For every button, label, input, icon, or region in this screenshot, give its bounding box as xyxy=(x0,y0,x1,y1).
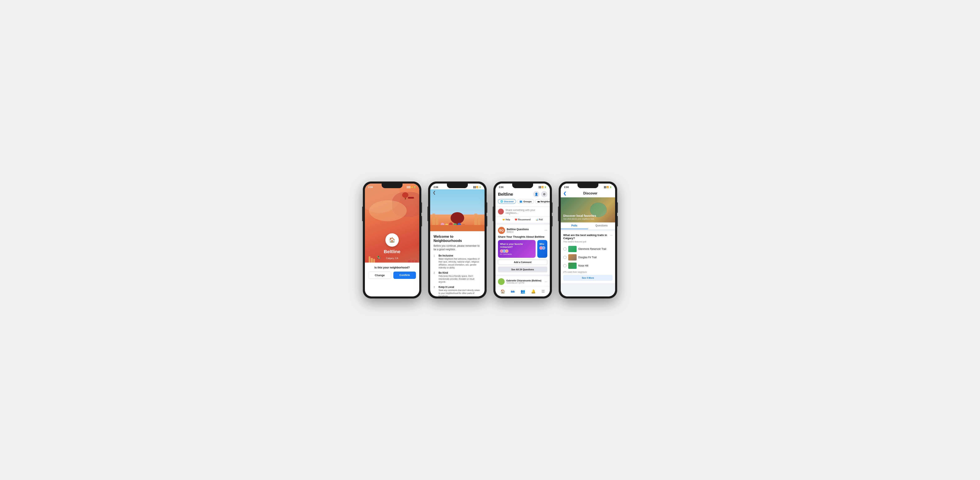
tab-discover-label: Discover xyxy=(504,200,514,203)
phone2-notch xyxy=(447,184,468,188)
poll-option-3-img xyxy=(568,263,577,269)
post-author-info: Beltline Questions Beltline xyxy=(507,228,529,233)
phone1-screen: 2:04 ▐▐▐ 📶 🔋 🦆 xyxy=(365,184,419,296)
help-btn[interactable]: 🤝 Help xyxy=(498,218,514,222)
profile-icon-btn[interactable]: 👤 xyxy=(533,191,539,197)
nav-menu[interactable]: ☰ xyxy=(541,289,545,294)
phone2: 2:04 ▐▐ 📶 🔋 xyxy=(428,181,487,299)
nav-notifications[interactable]: 🔔 xyxy=(531,289,536,294)
see-more-btn[interactable]: See 4 More xyxy=(563,275,612,281)
poll-option-3-label: Nose Hill xyxy=(578,264,588,267)
poll-radio-1[interactable] xyxy=(563,247,566,251)
q-card-1-comments: 62 Comments xyxy=(500,253,533,255)
phone1-bottom-panel: Is this your neighborhood? Change Confir… xyxy=(365,263,419,296)
phone2-back-button[interactable]: ❮ xyxy=(433,190,436,195)
poll-label: Poll xyxy=(539,219,543,221)
see-all-btn[interactable]: See All 24 Questions xyxy=(498,266,547,272)
discover-back-btn[interactable]: ❮ xyxy=(563,191,566,196)
discover-hero-sub: See what places your neighbors love. xyxy=(563,218,596,220)
phone4-time: 2:04 xyxy=(564,186,569,189)
poll-option-1[interactable]: Glenmore Reservoir Trail xyxy=(563,246,612,252)
buildings-bg-left xyxy=(432,214,438,225)
buildings xyxy=(369,256,375,263)
poll-icon: 📊 xyxy=(536,219,538,221)
phone1-time: 2:04 xyxy=(368,186,373,189)
feed-title: Beltline xyxy=(498,192,513,197)
phone1-status-icons: ▐▐▐ 📶 🔋 xyxy=(406,186,416,188)
phone3-screen: 2:04 ▐▐ 📶 🔋 Beltline 👤 ⚙ xyxy=(495,184,550,296)
post-author-sub: Beltline xyxy=(507,231,529,233)
poll-question: What are the best walking trails in Calg… xyxy=(563,233,610,240)
question-cards: What is your favorite restaurant? 62 Com… xyxy=(498,240,547,258)
share-avatar xyxy=(498,209,504,214)
q-card-2-text: Whe xyxy=(539,242,545,246)
phone4-screen: 2:04 ▐▐ 📶 🔋 ❮ Discover xyxy=(561,184,615,296)
discover-icon: 🌐 xyxy=(500,200,503,203)
questions-tab-label: Questions xyxy=(595,224,608,227)
tab-groups[interactable]: 👥 Groups xyxy=(517,199,534,204)
rule-2-title: Be Kind xyxy=(439,271,481,274)
phone2-illustration xyxy=(430,189,485,231)
discover-tab-questions[interactable]: Questions xyxy=(588,222,615,229)
rule-1: 1 Be Inclusive Make neighbors feel welco… xyxy=(434,254,481,269)
phone2-time: 2:04 xyxy=(434,186,438,189)
phone4-wrapper: 2:04 ▐▐ 📶 🔋 ❮ Discover xyxy=(558,181,617,299)
tree-decoration xyxy=(402,192,409,200)
nav-neighborhoods[interactable]: 🏘 xyxy=(511,289,515,293)
post-author-name: Beltline Questions xyxy=(507,228,529,231)
groups-icon: 👥 xyxy=(520,200,522,203)
q-card-1[interactable]: What is your favorite restaurant? 62 Com… xyxy=(498,240,536,258)
tab-discover[interactable]: 🌐 Discover xyxy=(498,199,516,204)
poll-featured: This week's featured poll xyxy=(563,241,610,243)
add-comment-btn[interactable]: Add a Comment xyxy=(498,260,547,265)
rule-2-num: 2 xyxy=(434,272,436,284)
feed-header: Beltline 👤 ⚙ 🌐 Discover xyxy=(495,189,550,207)
buildings-bg-right xyxy=(474,214,480,225)
phone4-notch xyxy=(578,184,598,188)
help-icon: 🤝 xyxy=(502,219,505,221)
phone4: 2:04 ▐▐ 📶 🔋 ❮ Discover xyxy=(558,181,617,299)
discover-tab-polls[interactable]: Polls xyxy=(561,222,588,229)
discover-hero-text: Discover local favorites See what places… xyxy=(563,214,596,220)
poll-radio-3[interactable] xyxy=(563,264,566,268)
discover-hero-title: Discover local favorites xyxy=(563,214,596,217)
rule-1-title: Be Inclusive xyxy=(439,254,481,257)
phone1: 2:04 ▐▐▐ 📶 🔋 🦆 xyxy=(363,181,422,299)
confirm-button[interactable]: Confirm xyxy=(393,272,416,279)
phone1-notch xyxy=(382,184,402,188)
share-row: Share something with your neighbors... xyxy=(495,207,550,216)
q-card-1-text: What is your favorite restaurant? xyxy=(500,242,533,249)
poll-more-icon[interactable]: ··· xyxy=(610,233,612,237)
settings-icon-btn[interactable]: ⚙ xyxy=(541,191,547,197)
poll-section: What are the best walking trails in Calg… xyxy=(561,231,615,283)
q-card-1-avatars xyxy=(500,249,533,253)
bench xyxy=(408,197,414,199)
poll-votes: 275 votes from neighbors xyxy=(563,271,612,273)
nav-people[interactable]: 👥 xyxy=(520,289,525,294)
poll-option-3[interactable]: Nose Hill xyxy=(563,263,612,269)
change-button[interactable]: Change xyxy=(368,272,391,279)
phone2-status-icons: ▐▐ 📶 🔋 xyxy=(473,186,481,188)
poll-radio-2[interactable] xyxy=(563,256,566,259)
neighborhood-name: Beltline xyxy=(365,249,419,254)
share-actions: 🤝 Help ❤️ Recommend 📊 Poll xyxy=(495,216,550,223)
phone4-status-icons: ▐▐ 📶 🔋 xyxy=(603,186,612,188)
recommend-btn[interactable]: ❤️ Recommend xyxy=(514,218,531,222)
neighborhood-city: Calgary, CA xyxy=(386,257,398,260)
poll-btn[interactable]: 📊 Poll xyxy=(531,218,547,222)
rule-3-desc: Save any comments that don't directly re… xyxy=(439,289,481,296)
tab-neighbors[interactable]: 🏘 Neighbors xyxy=(535,199,550,204)
bottom-nav: 🏠 🏘 👥 🔔 ☰ xyxy=(495,286,550,296)
post-more-btn[interactable]: ··· xyxy=(545,228,547,232)
discover-hero: Discover local favorites See what places… xyxy=(561,197,615,222)
post2-more-btn[interactable]: ··· xyxy=(545,280,547,283)
q-card-2[interactable]: Whe xyxy=(537,240,547,258)
post-avatar: BQ xyxy=(498,227,505,234)
nav-home[interactable]: 🏠 xyxy=(500,289,505,294)
poll-option-2[interactable]: Douglas Fir Trail xyxy=(563,254,612,260)
poll-option-2-img xyxy=(568,254,577,260)
poll-option-1-label: Glenmore Reservoir Trail xyxy=(578,247,606,250)
rule-1-num: 1 xyxy=(434,254,436,269)
welcome-content: Welcome to Neighbourhoods Before you con… xyxy=(430,231,485,296)
share-input[interactable]: Share something with your neighbors... xyxy=(506,209,547,214)
